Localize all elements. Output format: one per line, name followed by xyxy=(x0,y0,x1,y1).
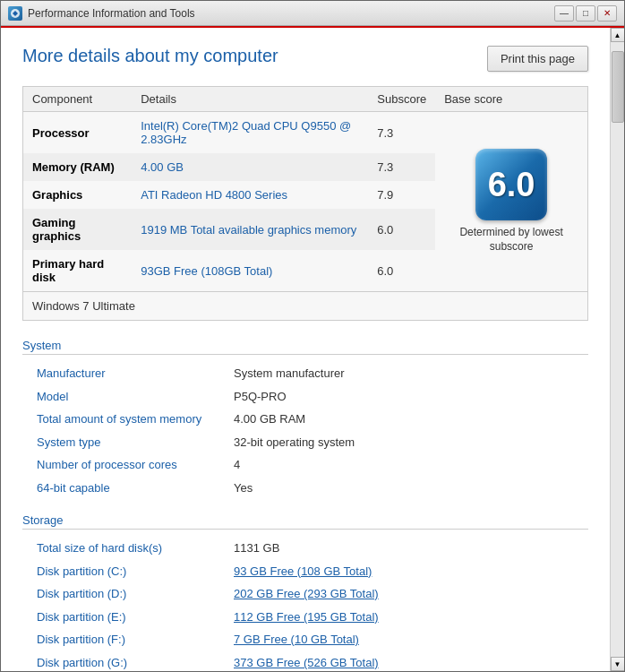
info-label: Model xyxy=(37,388,234,406)
window-title: Performance Information and Tools xyxy=(28,7,195,20)
subscore-cell: 6.0 xyxy=(368,209,435,250)
detail-cell: 1919 MB Total available graphics memory xyxy=(132,209,368,250)
windows-edition-row: Windows 7 Ultimate xyxy=(23,292,588,321)
info-value: Yes xyxy=(234,479,574,497)
info-label: Total amount of system memory xyxy=(37,410,234,428)
window-icon xyxy=(8,6,22,21)
scroll-down-button[interactable]: ▼ xyxy=(611,657,625,671)
system-section-header: System xyxy=(22,339,588,355)
info-value: 202 GB Free (293 GB Total) xyxy=(234,585,574,603)
title-bar-left: Performance Information and Tools xyxy=(8,6,195,21)
info-label: Disk partition (E:) xyxy=(37,608,234,626)
minimize-button[interactable]: — xyxy=(554,5,574,22)
col-component: Component xyxy=(23,87,133,112)
table-header-row: Component Details Subscore Base score xyxy=(23,87,588,112)
info-value: 7 GB Free (10 GB Total) xyxy=(234,631,574,649)
subscore-cell: 7.9 xyxy=(368,181,435,209)
component-cell: Processor xyxy=(23,112,133,154)
info-row: ModelP5Q-PRO xyxy=(22,385,588,409)
storage-section-header: Storage xyxy=(22,513,588,530)
scores-table: Component Details Subscore Base score Pr… xyxy=(22,86,588,321)
info-row: Total amount of system memory4.00 GB RAM xyxy=(22,408,588,431)
info-label: Total size of hard disk(s) xyxy=(37,539,234,557)
col-subscore: Subscore xyxy=(368,87,435,112)
info-value: System manufacturer xyxy=(234,365,574,383)
score-badge: 6.0 xyxy=(475,149,547,220)
info-label: Disk partition (D:) xyxy=(37,585,234,603)
info-row: Total size of hard disk(s)1131 GB xyxy=(22,537,588,560)
info-value: 373 GB Free (526 GB Total) xyxy=(234,654,574,672)
detail-cell: Intel(R) Core(TM)2 Quad CPU Q9550 @ 2.83… xyxy=(132,112,368,154)
print-button[interactable]: Print this page xyxy=(487,46,588,72)
subscore-cell: 7.3 xyxy=(368,153,435,181)
info-row: Disk partition (F:)7 GB Free (10 GB Tota… xyxy=(22,628,588,651)
info-row: Disk partition (D:)202 GB Free (293 GB T… xyxy=(22,582,588,606)
system-items: ManufacturerSystem manufacturerModelP5Q-… xyxy=(22,362,588,499)
info-row: Disk partition (E:)112 GB Free (195 GB T… xyxy=(22,606,588,629)
subscore-cell: 7.3 xyxy=(368,112,435,154)
info-row: Number of processor cores4 xyxy=(22,453,588,477)
info-value: 32-bit operating system xyxy=(234,434,574,452)
info-row: System type32-bit operating system xyxy=(22,431,588,454)
info-label: Disk partition (G:) xyxy=(37,654,234,672)
info-value: 4 xyxy=(234,456,574,474)
page-header: More details about my computer Print thi… xyxy=(22,46,588,72)
info-value: P5Q-PRO xyxy=(234,388,574,406)
main-window: Performance Information and Tools — □ ✕ … xyxy=(0,0,625,672)
component-cell: Graphics xyxy=(23,181,133,209)
main-content: More details about my computer Print thi… xyxy=(1,28,610,671)
storage-section: Storage Total size of hard disk(s)1131 G… xyxy=(22,513,588,671)
score-label: Determined by lowest subscore xyxy=(444,226,578,254)
info-label: System type xyxy=(37,434,234,452)
maximize-button[interactable]: □ xyxy=(576,5,595,22)
storage-items: Total size of hard disk(s)1131 GBDisk pa… xyxy=(22,537,588,671)
subscore-cell: 6.0 xyxy=(368,250,435,292)
content-area: More details about my computer Print thi… xyxy=(1,26,624,671)
info-label: Disk partition (C:) xyxy=(37,563,234,581)
detail-cell: 4.00 GB xyxy=(132,153,368,181)
detail-cell: ATI Radeon HD 4800 Series xyxy=(132,181,368,209)
info-label: Manufacturer xyxy=(37,365,234,383)
component-cell: Primary hard disk xyxy=(23,250,133,292)
system-section: System ManufacturerSystem manufacturerMo… xyxy=(22,339,588,499)
table-row: ProcessorIntel(R) Core(TM)2 Quad CPU Q95… xyxy=(23,112,588,154)
info-row: 64-bit capableYes xyxy=(22,477,588,500)
scrollbar: ▲ ▼ xyxy=(610,28,624,671)
scroll-track[interactable] xyxy=(611,42,624,657)
info-row: Disk partition (C:)93 GB Free (108 GB To… xyxy=(22,560,588,583)
info-label: 64-bit capable xyxy=(37,479,234,497)
page-title: More details about my computer xyxy=(22,46,278,66)
title-bar-controls: — □ ✕ xyxy=(554,5,617,22)
info-value: 4.00 GB RAM xyxy=(234,410,574,428)
scroll-up-button[interactable]: ▲ xyxy=(611,28,625,42)
component-cell: Gaming graphics xyxy=(23,209,133,250)
component-cell: Memory (RAM) xyxy=(23,153,133,181)
detail-cell: 93GB Free (108GB Total) xyxy=(132,250,368,292)
col-details: Details xyxy=(132,87,368,112)
info-row: Disk partition (G:)373 GB Free (526 GB T… xyxy=(22,651,588,672)
info-value: 112 GB Free (195 GB Total) xyxy=(234,608,574,626)
col-basescore: Base score xyxy=(435,87,587,112)
scroll-thumb[interactable] xyxy=(612,51,624,123)
close-button[interactable]: ✕ xyxy=(597,5,617,22)
info-label: Disk partition (F:) xyxy=(37,631,234,649)
windows-edition: Windows 7 Ultimate xyxy=(23,292,588,321)
score-number: 6.0 xyxy=(488,166,535,204)
info-label: Number of processor cores xyxy=(37,456,234,474)
info-row: ManufacturerSystem manufacturer xyxy=(22,362,588,385)
info-value: 93 GB Free (108 GB Total) xyxy=(234,563,574,581)
title-bar: Performance Information and Tools — □ ✕ xyxy=(1,1,624,26)
base-score-cell: 6.0 Determined by lowest subscore xyxy=(435,112,587,292)
info-value: 1131 GB xyxy=(234,539,574,557)
